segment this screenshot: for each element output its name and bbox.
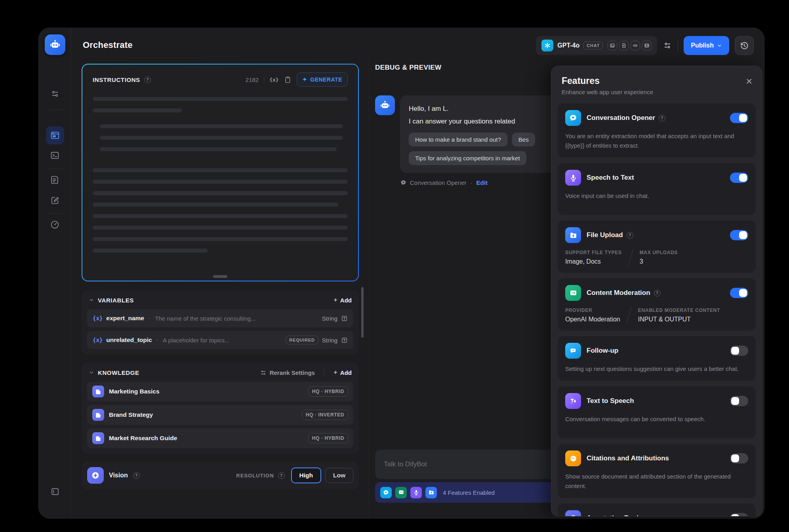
knowledge-item[interactable]: Marketing Basics HQ · HYBRID — [87, 382, 353, 401]
meta-value: OpenAI Moderation — [565, 316, 620, 323]
sliders-icon — [50, 89, 60, 99]
sidebar-divider — [47, 213, 63, 214]
knowledge-name: Marketing Basics — [109, 388, 160, 395]
help-icon[interactable]: ? — [144, 76, 151, 83]
variable-row[interactable]: {x} unrelated_topic A placeholder for to… — [87, 331, 353, 349]
sidebar-item-orchestrate[interactable] — [46, 126, 64, 144]
variable-type: String — [322, 315, 337, 322]
feature-toggle[interactable] — [730, 396, 748, 406]
help-icon[interactable]: ? — [278, 472, 285, 479]
help-icon[interactable]: ? — [627, 232, 633, 239]
instructions-title: INSTRUCTIONS — [93, 76, 140, 83]
feature-toggle[interactable] — [730, 113, 748, 123]
text-type-icon[interactable] — [341, 315, 348, 322]
model-settings-icon[interactable] — [663, 41, 672, 50]
app-logo[interactable] — [45, 34, 65, 55]
video-capability-icon — [642, 41, 652, 50]
rerank-settings-button[interactable]: Rerank Settings — [260, 369, 315, 376]
page-title: Orchestrate — [83, 40, 133, 50]
file-upload-mini-icon — [425, 487, 437, 498]
feature-description: Voice input can be used in chat. — [565, 191, 748, 208]
feature-toggle[interactable] — [730, 346, 748, 356]
sidebar-item-terminal[interactable] — [46, 146, 64, 164]
feature-toggle[interactable] — [730, 230, 748, 240]
suggested-question-chip[interactable]: How to make a brand stand out? — [409, 133, 507, 146]
plus-icon: + — [334, 369, 337, 376]
sidebar-divider — [47, 169, 63, 169]
text-type-icon[interactable] — [341, 337, 348, 344]
features-subtitle: Enhance web app user experience — [562, 89, 752, 95]
resolution-high-button[interactable]: High — [291, 467, 321, 483]
feature-toggle[interactable] — [730, 288, 748, 298]
speech-to-text-icon — [565, 170, 581, 186]
add-knowledge-button[interactable]: +Add — [334, 369, 352, 376]
help-icon[interactable]: ? — [659, 115, 665, 122]
history-button[interactable] — [735, 36, 754, 55]
add-variable-button[interactable]: +Add — [334, 296, 352, 304]
feature-toggle[interactable] — [730, 173, 748, 183]
content-moderation-icon — [565, 285, 581, 301]
clipboard-icon[interactable] — [284, 76, 292, 84]
knowledge-item[interactable]: Brand Strategy HQ · INVERTED — [87, 405, 353, 425]
citations-icon — [565, 450, 581, 466]
publish-button[interactable]: Publish — [684, 36, 729, 55]
file-upload-icon — [565, 227, 581, 243]
scrollbar-thumb[interactable] — [361, 287, 364, 338]
required-badge: REQUIRED — [286, 336, 318, 344]
chevron-down-icon[interactable] — [89, 297, 94, 303]
sidebar-item-logs[interactable] — [46, 171, 64, 189]
variable-description: A placeholder for topics... — [163, 337, 229, 344]
generate-button[interactable]: ✦ GENERATE — [297, 72, 348, 87]
model-selector[interactable]: GPT-4o CHAT — [536, 36, 657, 55]
dataset-icon — [92, 386, 104, 397]
resolution-label: RESOLUTION — [236, 473, 274, 479]
knowledge-name: Market Research Guide — [109, 435, 177, 442]
feature-title: Annotation Reply — [587, 514, 642, 517]
insert-variable-icon[interactable]: {x} — [269, 77, 278, 83]
edit-link[interactable]: Edit — [476, 179, 488, 186]
sidebar-item-annotations[interactable] — [46, 191, 64, 209]
feature-title: File Upload — [587, 231, 623, 239]
variable-row[interactable]: {x} expert_name The name of the strategi… — [87, 309, 353, 327]
vision-icon — [87, 467, 104, 484]
suggested-question-chip[interactable]: Tips for analyzing competitors in market — [409, 151, 526, 165]
feature-card-follow-up: Follow-up Setting up next questions sugg… — [558, 336, 756, 381]
feature-title: Follow-up — [587, 347, 618, 355]
resolution-low-button[interactable]: Low — [325, 468, 353, 483]
model-name: GPT-4o — [557, 42, 579, 49]
chevron-down-icon — [717, 43, 722, 48]
meta-label: ENABLED MODERATE CONTENT — [638, 308, 720, 313]
close-icon[interactable]: ✕ — [745, 77, 753, 86]
meta-support-file-types: SUPPORT FILE TYPES Image, Docs — [565, 250, 622, 265]
features-title: Features — [562, 76, 752, 86]
separator-dot — [148, 315, 151, 322]
sidebar-collapse-button[interactable] — [46, 483, 64, 501]
sidebar-item-settings[interactable] — [46, 85, 64, 103]
meta-value: Image, Docs — [565, 258, 622, 265]
help-icon[interactable]: ? — [133, 472, 140, 479]
knowledge-badge: HQ · HYBRID — [308, 386, 348, 397]
meta-value: INPUT & OUTPUT — [638, 316, 720, 323]
feature-toggle[interactable] — [730, 513, 748, 517]
conversation-opener-mini-icon — [380, 487, 392, 498]
separator-dot — [470, 179, 473, 186]
sidebar-item-monitoring[interactable] — [46, 215, 64, 234]
model-mode-badge: CHAT — [583, 42, 603, 49]
chevron-down-icon[interactable] — [89, 370, 94, 375]
variable-icon: {x} — [93, 337, 103, 343]
feature-toggle[interactable] — [730, 453, 748, 464]
toolbar-divider — [264, 76, 264, 83]
suggested-question-chip[interactable]: Bes — [512, 133, 535, 146]
knowledge-item[interactable]: Market Research Guide HQ · HYBRID — [87, 428, 353, 448]
features-enabled-label: 4 Features Enabled — [443, 489, 495, 496]
window-icon — [50, 130, 60, 141]
resize-handle[interactable] — [213, 275, 227, 278]
variable-description: The name of the strategic consulting... — [155, 315, 255, 322]
separator-dot — [156, 336, 159, 344]
plus-icon: + — [334, 296, 337, 304]
knowledge-badge: HQ · HYBRID — [308, 433, 348, 443]
prompt-skeleton[interactable] — [93, 97, 348, 253]
help-icon[interactable]: ? — [654, 290, 661, 296]
annotation-reply-icon — [565, 510, 581, 517]
meta-max-uploads: MAX UPLOADS 3 — [640, 250, 678, 265]
